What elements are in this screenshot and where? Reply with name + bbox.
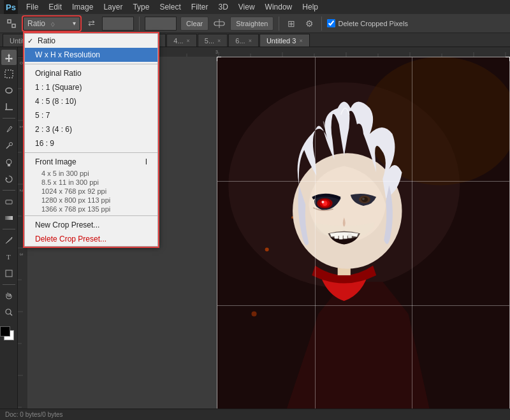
- dd-5-7[interactable]: 5 : 7: [25, 108, 157, 122]
- dd-front-image[interactable]: Front ImageI: [25, 155, 157, 169]
- menu-image[interactable]: Image: [68, 1, 98, 13]
- tool-shape[interactable]: [1, 266, 17, 281]
- menu-view[interactable]: View: [234, 1, 259, 13]
- svg-text:1: 1: [19, 126, 24, 128]
- tab-5[interactable]: 5... ×: [198, 34, 228, 47]
- dd-1280x800[interactable]: 1280 x 800 px 113 ppi: [25, 196, 157, 205]
- dd-new-crop-preset[interactable]: New Crop Preset...: [25, 218, 157, 232]
- crop-grid-h2: [217, 305, 509, 306]
- separator: [139, 17, 140, 31]
- crop-dropdown-menu: Ratio W x H x Resolution Original Ratio …: [24, 33, 158, 247]
- svg-point-9: [9, 143, 12, 146]
- tab-4[interactable]: 4... ×: [166, 34, 197, 47]
- color-boxes: [0, 326, 18, 345]
- menu-edit[interactable]: Edit: [44, 1, 66, 13]
- tool-separator-4: [3, 284, 15, 285]
- settings-icon[interactable]: ⚙: [302, 17, 316, 31]
- status-bar: Doc: 0 bytes/0 bytes: [0, 409, 510, 420]
- width-input[interactable]: [102, 17, 134, 31]
- straighten-button[interactable]: Straighten: [230, 17, 273, 31]
- svg-rect-15: [5, 216, 13, 220]
- tool-eraser[interactable]: [1, 194, 17, 209]
- menu-file[interactable]: File: [22, 1, 43, 13]
- dd-4x5[interactable]: 4 x 5 in 300 ppi: [25, 169, 157, 178]
- menu-layer[interactable]: Layer: [99, 1, 127, 13]
- toolbar: T: [0, 47, 18, 420]
- tool-select[interactable]: [1, 66, 17, 82]
- svg-point-6: [6, 88, 12, 93]
- foreground-color-swatch[interactable]: [0, 326, 10, 337]
- dd-1-1[interactable]: 1 : 1 (Square): [25, 80, 157, 94]
- height-input[interactable]: [145, 17, 177, 31]
- svg-rect-5: [5, 70, 13, 78]
- dd-wxhxres[interactable]: W x H x Resolution: [25, 48, 157, 62]
- tool-type[interactable]: T: [1, 249, 17, 264]
- tab-close-6[interactable]: ×: [249, 38, 252, 44]
- dd-8x11[interactable]: 8.5 x 11 in 300 ppi: [25, 178, 157, 187]
- svg-text:T: T: [6, 253, 11, 261]
- svg-rect-14: [6, 200, 12, 204]
- crop-border: [217, 57, 510, 420]
- menubar: Ps File Edit Image Layer Type Select Fil…: [0, 0, 510, 14]
- menu-window[interactable]: Window: [261, 1, 297, 13]
- tool-brush[interactable]: [1, 138, 17, 154]
- tool-stamp[interactable]: [1, 155, 17, 170]
- crop-grid-h1: [217, 181, 509, 182]
- svg-marker-13: [6, 177, 8, 180]
- svg-text:3: 3: [215, 50, 218, 54]
- tab-untitled3[interactable]: Untitled 3 ×: [259, 34, 310, 47]
- svg-text:3: 3: [19, 253, 24, 256]
- tool-pen[interactable]: [1, 233, 17, 248]
- tab-close-4[interactable]: ×: [187, 38, 190, 44]
- delete-cropped-checkbox[interactable]: [327, 19, 335, 27]
- svg-point-18: [6, 309, 11, 314]
- dd-1366x768[interactable]: 1366 x 768 px 135 ppi: [25, 205, 157, 214]
- dd-16-9[interactable]: 16 : 9: [25, 136, 157, 150]
- tool-hand[interactable]: [1, 288, 17, 303]
- crop-grid-v1: [315, 57, 316, 420]
- tab-close-5[interactable]: ×: [217, 38, 221, 44]
- options-bar: Ratio ⬨ ⇄ Clear Straighten ⊞ ⚙ Delete Cr…: [0, 14, 510, 33]
- swap-icon[interactable]: ⇄: [84, 17, 98, 31]
- delete-cropped-checkbox-label[interactable]: Delete Cropped Pixels: [327, 19, 407, 27]
- menu-filter[interactable]: Filter: [187, 1, 213, 13]
- crop-arrange-icon[interactable]: [4, 16, 19, 31]
- dd-sep1: [25, 64, 157, 64]
- dd-sep2: [25, 152, 157, 153]
- dd-ratio[interactable]: Ratio: [25, 34, 157, 48]
- dd-delete-crop-preset[interactable]: Delete Crop Preset...: [25, 232, 157, 246]
- svg-rect-0: [8, 20, 11, 23]
- dd-original-ratio[interactable]: Original Ratio: [25, 66, 157, 80]
- tool-eyedropper[interactable]: [1, 122, 17, 137]
- svg-line-19: [10, 314, 12, 315]
- menu-select[interactable]: Select: [155, 1, 185, 13]
- ratio-dropdown[interactable]: Ratio ⬨: [23, 17, 80, 31]
- tab-6[interactable]: 6... ×: [228, 34, 259, 47]
- sep3: [321, 17, 322, 31]
- tool-move[interactable]: [1, 50, 17, 65]
- svg-text:0: 0: [19, 62, 24, 64]
- svg-line-10: [6, 145, 10, 148]
- dd-1024x768[interactable]: 1024 x 768 px 92 ppi: [25, 187, 157, 196]
- svg-rect-1: [12, 24, 15, 27]
- level-icon: [212, 17, 226, 31]
- menu-type[interactable]: Type: [128, 1, 154, 13]
- tool-history[interactable]: [1, 171, 17, 187]
- app-logo: Ps: [4, 0, 18, 14]
- tool-gradient[interactable]: [1, 210, 17, 226]
- tool-lasso[interactable]: [1, 83, 17, 98]
- sep2: [279, 17, 279, 31]
- menu-3d[interactable]: 3D: [214, 1, 232, 13]
- tool-separator-2: [3, 190, 15, 191]
- dd-2-3[interactable]: 2 : 3 (4 : 6): [25, 122, 157, 136]
- tab-close-untitled3[interactable]: ×: [299, 38, 302, 44]
- tool-separator-3: [3, 229, 15, 229]
- tool-zoom[interactable]: [1, 305, 17, 320]
- menu-help[interactable]: Help: [298, 1, 323, 13]
- crop-handle-tr[interactable]: [506, 57, 510, 61]
- dd-4-5[interactable]: 4 : 5 (8 : 10): [25, 94, 157, 108]
- tool-crop[interactable]: [1, 99, 17, 115]
- crop-handle-tl[interactable]: [217, 57, 221, 61]
- grid-icon[interactable]: ⊞: [284, 17, 298, 31]
- clear-button[interactable]: Clear: [180, 17, 208, 31]
